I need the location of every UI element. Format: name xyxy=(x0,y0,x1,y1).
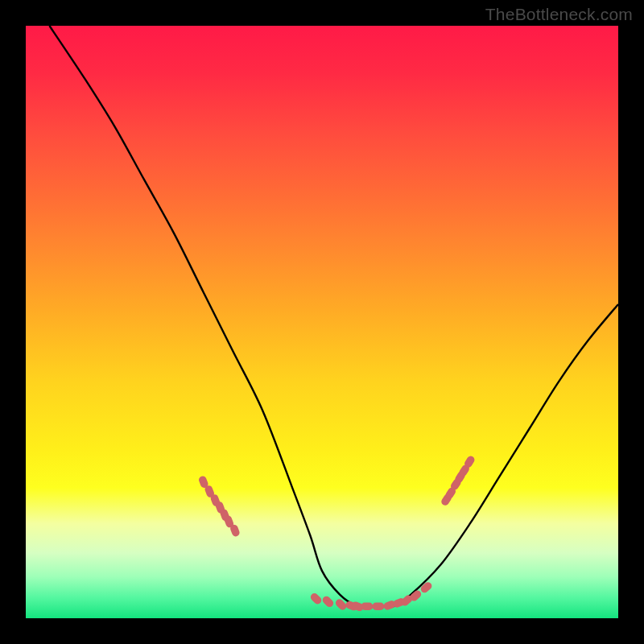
chart-frame: TheBottleneck.com xyxy=(0,0,644,644)
watermark-text: TheBottleneck.com xyxy=(485,5,633,24)
bottleneck-chart-svg xyxy=(26,26,618,618)
bottleneck-curve-path xyxy=(49,26,618,607)
plot-area xyxy=(26,26,618,618)
curve-marker xyxy=(372,603,384,611)
curve-marker xyxy=(419,580,434,594)
curve-marker xyxy=(361,603,373,611)
marker-group xyxy=(198,455,477,613)
curve-marker xyxy=(309,592,323,605)
curve-marker xyxy=(321,595,335,609)
